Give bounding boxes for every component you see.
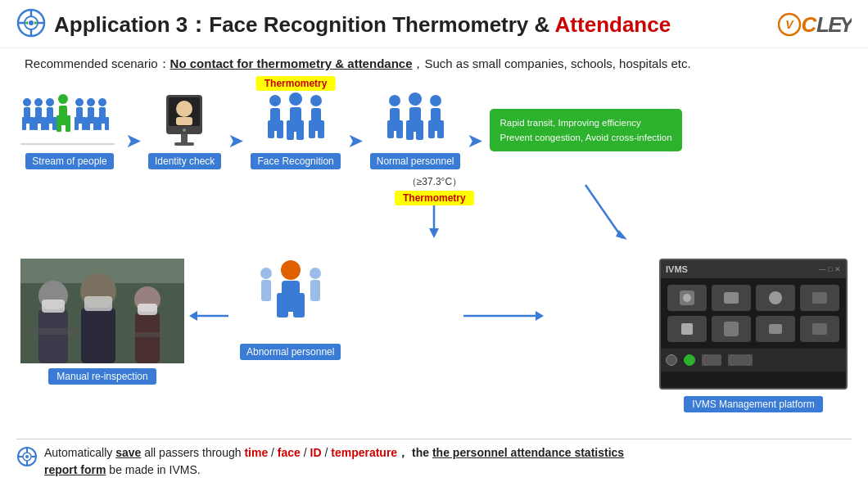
svg-point-31: [75, 98, 84, 106]
svg-rect-17: [22, 117, 26, 130]
svg-marker-93: [189, 311, 197, 321]
text-temperature: temperature: [331, 446, 397, 459]
svg-rect-54: [277, 120, 283, 138]
flow-node-stream: Stream of people: [20, 91, 119, 169]
svg-rect-18: [29, 117, 34, 130]
scenario-bar: Recommended scenario：No contact for ther…: [0, 48, 868, 77]
svg-point-98: [281, 260, 301, 280]
svg-rect-66: [396, 120, 403, 138]
thermo-badge-mid: Thermometry: [395, 191, 474, 205]
text-end: be made in IVMS.: [106, 463, 200, 476]
svg-point-71: [430, 95, 441, 106]
svg-point-67: [409, 92, 422, 106]
ivms-tile-3: [756, 285, 795, 311]
ivms-tile-2: [712, 285, 751, 311]
svg-rect-86: [84, 296, 112, 311]
svg-rect-73: [428, 120, 435, 138]
svg-point-35: [87, 98, 95, 106]
text-comma: ， the: [397, 446, 432, 459]
svg-rect-22: [41, 117, 45, 130]
abnormal-label: Abnormal personnel: [240, 344, 341, 360]
svg-rect-88: [135, 312, 160, 363]
manual-label: Manual re-inspection: [48, 368, 156, 385]
svg-rect-37: [86, 117, 90, 130]
thermometry-badge-top: Thermometry: [256, 76, 336, 91]
svg-line-77: [585, 185, 622, 238]
svg-rect-53: [268, 120, 274, 138]
svg-rect-38: [93, 117, 97, 130]
bottom-icon: [16, 446, 38, 470]
svg-rect-82: [38, 309, 68, 363]
text-all: all passers through: [141, 446, 244, 459]
text-save: save: [115, 446, 141, 459]
arrow-2: ➤: [224, 112, 247, 169]
svg-point-110: [25, 455, 29, 458]
svg-point-48: [176, 101, 192, 117]
svg-point-23: [46, 98, 54, 106]
svg-point-6: [29, 20, 34, 25]
ivms-tile-grid: [661, 278, 846, 349]
svg-text:V: V: [785, 18, 794, 31]
svg-rect-61: [309, 120, 315, 138]
bottom-flow-row: Manual re-inspection: [20, 259, 848, 412]
flow-node-face: Thermometry Face Recognition: [251, 91, 340, 169]
svg-point-50: [183, 128, 186, 132]
svg-rect-58: [296, 120, 304, 140]
svg-rect-100: [277, 293, 288, 318]
flow-node-normal: Normal personnel: [370, 91, 461, 169]
svg-point-59: [310, 95, 322, 106]
ivms-tile-4: [800, 285, 839, 311]
identity-label: Identity check: [148, 153, 221, 169]
svg-rect-25: [45, 117, 49, 130]
svg-point-63: [389, 95, 400, 106]
arrow-right-section: [350, 259, 654, 373]
bottom-text-section: Automatically save all passers through t…: [0, 439, 868, 482]
ivms-screen: IVMS — □ ✕: [659, 259, 848, 390]
svg-point-39: [98, 98, 106, 106]
text-time: time: [244, 446, 268, 459]
svg-rect-85: [81, 308, 115, 363]
scenario-highlight: No contact for thermometry & attendance: [170, 56, 413, 70]
ivms-bar-1: [702, 354, 721, 366]
svg-point-19: [34, 98, 43, 106]
ivms-dot-2: [684, 354, 695, 366]
svg-point-15: [23, 98, 31, 106]
svg-rect-83: [42, 300, 65, 313]
svg-rect-101: [293, 293, 305, 318]
bottom-text-content: Automatically save all passers through t…: [44, 444, 624, 479]
scenario-rest: ，Such as small companies, schools, hospi…: [412, 56, 690, 70]
svg-rect-69: [406, 120, 414, 140]
ivms-header: IVMS — □ ✕: [661, 260, 846, 278]
svg-rect-42: [105, 117, 109, 130]
sep2: /: [301, 446, 310, 459]
title-main: Face Recognition Thermometry &: [209, 12, 554, 37]
header-icon: [16, 8, 46, 41]
arrow-3: ➤: [344, 112, 367, 169]
svg-rect-21: [34, 117, 38, 130]
svg-rect-95: [261, 280, 271, 301]
text-id: ID: [310, 446, 322, 459]
green-info-box: Rapid transit, Improving efficiency Prev…: [490, 109, 681, 152]
svg-rect-90: [29, 328, 78, 335]
text-stats: the personnel attendance statistics: [432, 446, 624, 459]
svg-rect-45: [174, 142, 194, 146]
abnormal-wrapper: Abnormal personnel: [240, 259, 341, 360]
sep3: /: [322, 446, 332, 459]
title-prefix: Application 3：: [54, 12, 209, 37]
svg-rect-34: [82, 117, 86, 130]
ivms-tile-6: [712, 316, 751, 342]
svg-marker-76: [429, 228, 439, 238]
arrow-4: ➤: [463, 112, 486, 169]
text-auto: Automatically: [44, 446, 115, 459]
svg-rect-26: [52, 117, 57, 130]
text-face: face: [278, 446, 301, 459]
normal-label: Normal personnel: [370, 153, 461, 169]
ivms-bar-2: [728, 354, 753, 366]
logo: V C L E Y: [778, 9, 852, 40]
svg-rect-57: [287, 120, 294, 140]
svg-marker-103: [536, 311, 544, 321]
title-highlight: Attendance: [555, 12, 671, 37]
ivms-wrapper: IVMS — □ ✕: [659, 259, 848, 412]
svg-rect-30: [66, 115, 70, 132]
vertical-thermo-section: （≥37.3°C） Thermometry: [395, 175, 474, 238]
